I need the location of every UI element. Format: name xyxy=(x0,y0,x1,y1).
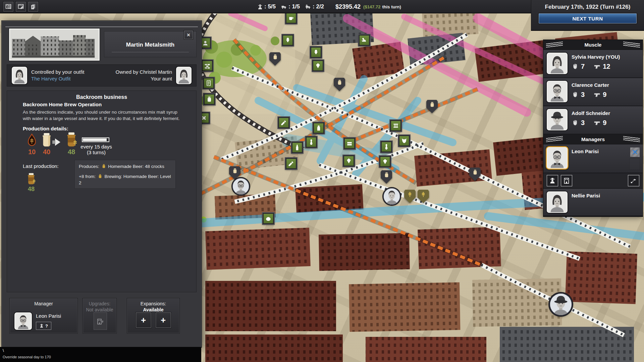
progress-fill xyxy=(83,138,107,141)
produces-line: Produces: Homemade Beer: 48 crocks xyxy=(79,163,171,170)
map-search-icon xyxy=(5,3,12,10)
owner-avatar[interactable] xyxy=(176,67,192,84)
manager-row-leon[interactable]: Leon Parisi ✕ xyxy=(543,144,643,173)
bottle-icon[interactable] xyxy=(291,142,303,153)
upgrade-button-disabled xyxy=(94,312,107,330)
upgrades-box: Upgrades: Not available xyxy=(83,298,117,334)
manager-box: Manager Leon Parisi ? xyxy=(9,298,78,334)
assign-crew-button[interactable] xyxy=(547,175,558,186)
avatar xyxy=(547,81,568,102)
expansion-add-button-1[interactable]: + xyxy=(136,312,151,328)
brick-icon[interactable] xyxy=(202,60,213,71)
console-message: Override seasonal day to 170 xyxy=(3,355,51,359)
person-icon xyxy=(257,4,263,10)
game-date: February 17th, 1922 (Turn #126) xyxy=(531,4,644,10)
outfit-link[interactable]: The Harvey Outfit xyxy=(31,75,84,82)
loom-icon[interactable] xyxy=(390,120,401,131)
crew-capacity-stat[interactable]: : 5/5 xyxy=(257,3,276,10)
person-hat-icon xyxy=(549,177,556,184)
gem-icon[interactable] xyxy=(312,60,324,71)
hand-icon xyxy=(572,91,579,99)
delivery-stat[interactable]: : 2/2 xyxy=(305,3,324,10)
wheat-icon[interactable] xyxy=(404,190,416,203)
map-edit-button[interactable] xyxy=(16,2,26,12)
milk-bottle-icon[interactable] xyxy=(313,122,324,134)
bowling-pin-icon[interactable] xyxy=(381,141,392,153)
leon-marker[interactable] xyxy=(233,178,249,194)
crew-name: Sylvia Harvey (YOU) xyxy=(572,54,620,60)
console-input[interactable]: \ xyxy=(3,348,4,353)
fox-icon[interactable] xyxy=(398,135,410,146)
building-title: Martin Metalsmith xyxy=(104,42,196,48)
produces-prefix: Produces: xyxy=(79,164,99,169)
crock-icon[interactable] xyxy=(469,168,481,181)
ledger-icon[interactable] xyxy=(203,77,214,89)
gun-value: 9 xyxy=(603,91,606,99)
reports-button[interactable] xyxy=(28,2,38,12)
crew-name: Adolf Schneider xyxy=(572,110,610,116)
portrait-icon[interactable] xyxy=(200,37,211,49)
expansion-buttons: + + xyxy=(127,312,179,328)
controller-avatar[interactable] xyxy=(12,67,27,84)
bowling-pin-icon[interactable] xyxy=(306,136,317,148)
wheat-icon[interactable] xyxy=(418,190,429,203)
close-button[interactable]: ✕ xyxy=(184,31,193,39)
jar-icon[interactable] xyxy=(204,94,215,105)
gem-icon[interactable] xyxy=(343,155,355,167)
expansion-add-button-2[interactable]: + xyxy=(156,312,171,328)
gun-value: 12 xyxy=(603,63,610,70)
documents-icon xyxy=(30,3,37,10)
next-turn-button[interactable]: NEXT TURN xyxy=(539,13,637,23)
expansions-box: Expansions: Available + + xyxy=(127,298,180,334)
owner-label: Owned by Christel Martin xyxy=(116,69,172,75)
money-delta-suffix: this turn) xyxy=(382,4,401,9)
assign-building-button[interactable] xyxy=(561,175,572,186)
paintbrush-icon[interactable] xyxy=(278,117,289,128)
crock-icon[interactable] xyxy=(381,170,392,184)
contact-marker[interactable] xyxy=(384,188,400,204)
muscle-row-adolf[interactable]: Adolf Schneider 3 9 xyxy=(543,106,643,134)
crock-icon[interactable] xyxy=(269,52,281,66)
muscle-row-sylvia[interactable]: Sylvia Harvey (YOU) 7 12 xyxy=(543,50,643,77)
bread-icon[interactable] xyxy=(263,213,274,224)
melee-value: 7 xyxy=(581,63,585,70)
cup-icon[interactable] xyxy=(285,12,297,24)
route-button[interactable] xyxy=(628,175,639,186)
operation-description: As the directions indicate, you should u… xyxy=(23,109,185,122)
crock-icon[interactable] xyxy=(334,78,345,91)
crate-icon[interactable] xyxy=(344,138,355,149)
muscle-row-clarence[interactable]: Clarence Carter 3 9 xyxy=(543,78,643,106)
goose-icon[interactable] xyxy=(359,35,370,46)
money-display[interactable]: $2395.42 ($147.72 this turn) xyxy=(335,0,401,13)
delivery-truck-icon xyxy=(305,4,312,10)
operation-title: Backroom Home Brew Operation xyxy=(23,102,102,107)
sundae-icon[interactable] xyxy=(282,35,293,46)
map-search-button[interactable] xyxy=(3,2,13,12)
input-crocks[interactable]: 40 xyxy=(39,132,54,156)
crock-icon[interactable] xyxy=(426,100,438,113)
bonus-line: +8 from: Brewing: Homemade Beer: Level 2 xyxy=(79,173,171,186)
crock-icon[interactable] xyxy=(229,166,240,180)
money-delta: ($147.72 xyxy=(363,4,380,9)
debug-console[interactable]: \ Override seasonal day to 170 xyxy=(0,347,201,362)
melee-stat: 3 xyxy=(572,91,585,99)
manager-query-button[interactable]: ? xyxy=(36,322,51,330)
produces-item: Homemade Beer: 48 crocks xyxy=(108,164,164,169)
paintbrush-icon[interactable] xyxy=(285,158,297,169)
manager-avatar[interactable] xyxy=(14,312,32,330)
manager-row-nellie[interactable]: Nellie Parisi xyxy=(543,189,643,216)
vehicle-stat[interactable]: : 1/5 xyxy=(281,3,300,10)
expansions-status: Available xyxy=(127,307,179,312)
boss-marker[interactable] xyxy=(550,294,572,315)
bonus-prefix: +8 from: xyxy=(79,174,96,179)
sundae-icon[interactable] xyxy=(310,47,322,58)
produces-box: Produces: Homemade Beer: 48 crocks +8 fr… xyxy=(74,160,176,189)
avatar xyxy=(547,53,568,74)
building-panel: Martin Metalsmith ✕ Controlled by your o… xyxy=(2,21,201,347)
gem-icon[interactable] xyxy=(379,156,391,167)
input-malt-syrup[interactable]: 10 xyxy=(24,133,39,156)
production-progress-bar xyxy=(82,137,109,142)
crew-capacity-value: : 5/5 xyxy=(264,3,276,10)
turn-panel: February 17th, 1922 (Turn #126) NEXT TUR… xyxy=(531,0,644,31)
locate-on-map-button[interactable]: ✕ xyxy=(630,147,640,157)
